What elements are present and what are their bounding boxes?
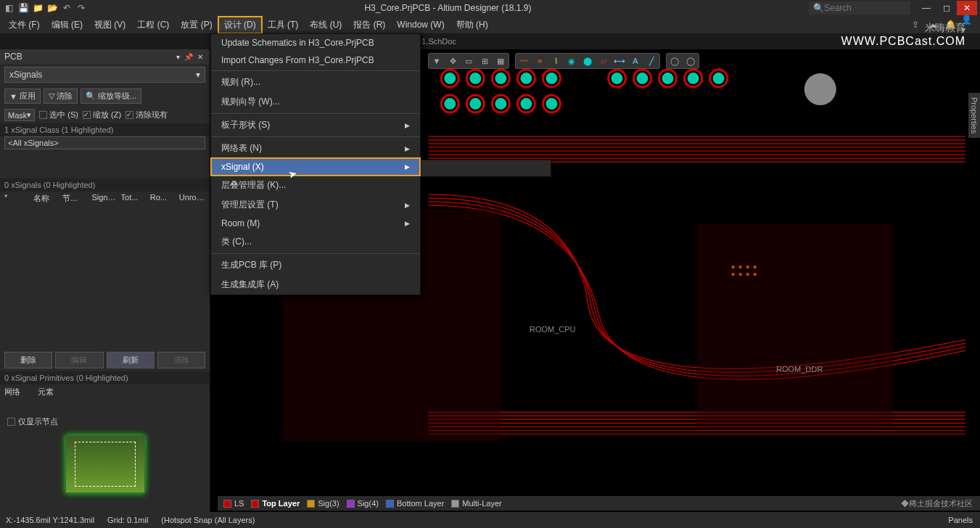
maximize-button[interactable]: ◻ bbox=[936, 1, 957, 15]
menu-room[interactable]: Room (M)▶ bbox=[211, 215, 420, 232]
menu-edit[interactable]: 编辑 (E) bbox=[46, 17, 88, 33]
svg-point-10 bbox=[545, 73, 557, 84]
layer-top[interactable]: Top Layer bbox=[251, 499, 300, 508]
dim-icon[interactable]: ⟷ bbox=[612, 54, 627, 68]
layer-sig4[interactable]: Sig(4) bbox=[347, 499, 379, 508]
select-checkbox[interactable]: 选中 (S) bbox=[39, 110, 78, 120]
filter-icon[interactable]: ▼ bbox=[429, 54, 445, 68]
panels-button[interactable]: Panels bbox=[948, 516, 973, 524]
menu-manage-layer-sets[interactable]: 管理层设置 (T)▶ bbox=[211, 195, 420, 215]
layer-tabs: LS Top Layer Sig(3) Sig(4) Bottom Layer … bbox=[218, 496, 980, 511]
xsignal-columns: *名称节... Signa...Tot...Ro...Unrout... bbox=[0, 191, 210, 205]
user-icon[interactable]: 👤▾ bbox=[961, 18, 974, 31]
menu-tools[interactable]: 工具 (T) bbox=[262, 17, 305, 33]
statusbar: X:-1435.6mil Y:1241.3mil Grid: 0.1mil (H… bbox=[0, 512, 980, 528]
menu-netlist[interactable]: 网络表 (N)▶ bbox=[211, 139, 420, 158]
menu-file[interactable]: 文件 (F) bbox=[3, 17, 46, 33]
menubar: 文件 (F) 编辑 (E) 视图 (V) 工程 (C) 放置 (P) 设计 (D… bbox=[0, 16, 980, 33]
layer-sig3[interactable]: Sig(3) bbox=[307, 499, 339, 508]
primitives-header: 0 xSignal Primitives (0 Highlighted) bbox=[0, 371, 210, 384]
align-icon[interactable]: ⊞ bbox=[477, 54, 493, 68]
search-input[interactable] bbox=[824, 3, 906, 13]
menu-help[interactable]: 帮助 (H) bbox=[450, 17, 494, 33]
menu-layer-stack-manager[interactable]: 层叠管理器 (K)... bbox=[211, 176, 420, 195]
share-icon[interactable]: ⇪ bbox=[909, 18, 922, 31]
undo-icon[interactable]: ↶ bbox=[61, 2, 73, 14]
menu-rules[interactable]: 规则 (R)... bbox=[211, 73, 420, 92]
open-icon[interactable]: 📁 bbox=[32, 2, 44, 14]
search-icon: 🔍 bbox=[813, 3, 824, 13]
dropdown-icon[interactable]: ▾ bbox=[176, 53, 180, 61]
layer-multi[interactable]: Multi-Layer bbox=[451, 499, 501, 508]
menu-xsignal[interactable]: xSignal (X)▶ bbox=[211, 158, 420, 176]
notification-icon[interactable]: 🔔 bbox=[944, 18, 957, 31]
cloud-icon[interactable]: ☁ bbox=[926, 18, 939, 31]
panel-close-icon[interactable]: ✕ bbox=[197, 53, 203, 61]
properties-tab[interactable]: Properties bbox=[968, 93, 980, 138]
folder-open-icon[interactable]: 📂 bbox=[46, 2, 58, 14]
refresh-button[interactable]: 刷新 bbox=[107, 352, 155, 368]
submenu-arrow-icon: ▶ bbox=[405, 122, 410, 129]
extra-icon[interactable]: ◯ bbox=[667, 54, 683, 68]
apply-button[interactable]: ▼应用 bbox=[4, 88, 41, 104]
clear-button[interactable]: ▽清除 bbox=[44, 88, 78, 104]
room-label-cpu: ROOM_CPU bbox=[530, 325, 576, 334]
zoom-level-button[interactable]: 🔍缩放等级... bbox=[81, 88, 141, 104]
clear-existing-checkbox[interactable]: 清除现有 bbox=[125, 110, 168, 120]
edit-button[interactable]: 编辑 bbox=[55, 352, 103, 368]
mask-dropdown[interactable]: Mask ▾ bbox=[4, 109, 35, 121]
via-icon[interactable]: ◉ bbox=[564, 54, 580, 68]
diff-pair-icon[interactable]: ≈ bbox=[532, 54, 548, 68]
panel-header: PCB ▾ 📌 ✕ bbox=[0, 49, 210, 64]
clear-button-2[interactable]: 清除 bbox=[157, 352, 205, 368]
svg-point-16 bbox=[662, 73, 674, 84]
line-icon[interactable]: ╱ bbox=[643, 54, 659, 68]
save-icon[interactable]: 💾 bbox=[17, 2, 29, 14]
menu-classes[interactable]: 类 (C)... bbox=[211, 232, 420, 252]
panel-title: PCB bbox=[4, 51, 174, 62]
menu-make-pcb-lib[interactable]: 生成PCB 库 (P) bbox=[211, 255, 420, 275]
primitive-columns: 网络元素 bbox=[0, 384, 210, 400]
menu-report[interactable]: 报告 (R) bbox=[347, 17, 391, 33]
svg-point-12 bbox=[612, 73, 623, 84]
poly-icon[interactable]: ▱ bbox=[596, 54, 612, 68]
route-icon[interactable]: 〰 bbox=[516, 54, 532, 68]
zoom-checkbox[interactable]: 缩放 (Z) bbox=[83, 110, 121, 120]
pin-icon[interactable]: 📌 bbox=[184, 53, 193, 61]
board-preview[interactable] bbox=[65, 435, 145, 493]
menu-update-schematics[interactable]: Update Schematics in H3_Core.PrjPCB bbox=[211, 34, 420, 51]
menu-design[interactable]: 设计 (D) bbox=[218, 17, 262, 33]
submenu-arrow-icon: ▶ bbox=[405, 220, 410, 227]
menu-route[interactable]: 布线 (U) bbox=[304, 17, 347, 33]
xsignal-class-header: 1 xSignal Class (1 Highlighted) bbox=[0, 123, 210, 136]
minimize-button[interactable]: — bbox=[916, 1, 936, 15]
delete-button[interactable]: 删除 bbox=[4, 352, 52, 368]
show-nodes-checkbox[interactable]: 仅显示节点 bbox=[0, 414, 210, 429]
svg-point-47 bbox=[739, 265, 742, 268]
extra-icon-2[interactable]: ◯ bbox=[683, 54, 699, 68]
text-icon[interactable]: A bbox=[627, 54, 643, 68]
menu-view[interactable]: 视图 (V) bbox=[88, 17, 131, 33]
move-icon[interactable]: ✥ bbox=[445, 54, 461, 68]
layer-ls[interactable]: LS bbox=[223, 499, 244, 508]
menu-rule-wizard[interactable]: 规则向导 (W)... bbox=[211, 92, 420, 112]
menu-window[interactable]: Window (W) bbox=[391, 17, 450, 32]
menu-board-shape[interactable]: 板子形状 (S)▶ bbox=[211, 115, 420, 135]
search-box[interactable]: 🔍 bbox=[809, 1, 910, 15]
zoom-icon: 🔍 bbox=[86, 91, 96, 101]
tune-icon[interactable]: ⌇ bbox=[548, 54, 564, 68]
menu-make-integrated-lib[interactable]: 生成集成库 (A) bbox=[211, 275, 420, 294]
select-icon[interactable]: ▭ bbox=[461, 54, 477, 68]
menu-import-changes[interactable]: Import Changes From H3_Core.PrjPCB bbox=[211, 51, 420, 69]
mode-combo[interactable]: xSignals▾ bbox=[4, 67, 205, 83]
menu-place[interactable]: 放置 (P) bbox=[175, 17, 218, 33]
menu-project[interactable]: 工程 (C) bbox=[131, 17, 175, 33]
close-button[interactable]: ✕ bbox=[957, 1, 977, 15]
redo-icon[interactable]: ↷ bbox=[75, 2, 87, 14]
pad-icon[interactable]: ⬤ bbox=[580, 54, 596, 68]
layer-bottom[interactable]: Bottom Layer bbox=[386, 499, 444, 508]
app-icon: ◧ bbox=[3, 2, 15, 14]
layers-icon[interactable]: ▦ bbox=[493, 54, 508, 68]
xsignal-submenu[interactable] bbox=[421, 160, 551, 177]
xsignal-class-list[interactable]: <All xSignals> bbox=[4, 136, 205, 149]
